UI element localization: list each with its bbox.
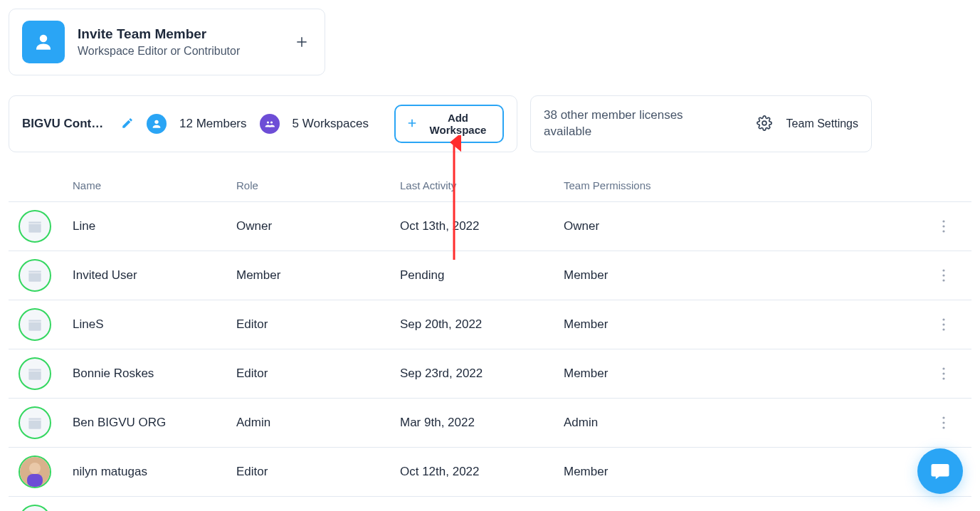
table-row[interactable]: Line Owner Oct 13th, 2022 Owner [9, 201, 971, 251]
members-count: 12 Members [179, 117, 246, 131]
person-icon [22, 21, 65, 63]
gear-icon [757, 115, 772, 133]
cell-name: nilyn matugas [73, 465, 236, 479]
svg-point-2 [266, 121, 268, 123]
table-row[interactable]: Bonnie Roskes Editor Sep 23rd, 2022 Memb… [9, 349, 971, 398]
cell-role: Admin [236, 416, 400, 430]
cell-last-activity: Sep 20th, 2022 [400, 317, 564, 332]
table-row[interactable]: Invited User Member Pending Member [9, 251, 971, 300]
pencil-icon[interactable] [121, 117, 134, 132]
cell-name: LineS [73, 317, 236, 332]
row-menu-button[interactable] [936, 362, 952, 385]
avatar [19, 210, 51, 243]
svg-point-0 [40, 35, 48, 43]
plus-icon[interactable] [292, 32, 312, 52]
workspaces-count: 5 Workspaces [293, 117, 369, 131]
svg-point-7 [942, 225, 944, 227]
cell-role: Member [236, 268, 400, 283]
svg-point-3 [270, 121, 272, 123]
row-menu-button[interactable] [936, 215, 952, 238]
invite-title: Invite Team Member [78, 26, 279, 42]
table-row[interactable]: Ben BIGVU ORG Admin Mar 9th, 2022 Admin [9, 398, 971, 447]
group-badge-icon [260, 114, 280, 134]
team-settings-label: Team Settings [786, 117, 858, 131]
cell-role: Owner [236, 219, 400, 233]
avatar [19, 357, 51, 390]
licenses-bar: 38 other member licenses available Team … [530, 95, 872, 152]
col-permissions: Team Permissions [564, 179, 936, 191]
avatar [19, 406, 51, 439]
svg-point-6 [942, 220, 944, 222]
table-row[interactable]: LineS Editor Sep 20th, 2022 Member [9, 300, 971, 349]
col-role: Role [236, 179, 400, 191]
svg-point-9 [942, 269, 944, 271]
svg-point-23 [29, 463, 41, 474]
avatar [19, 455, 51, 488]
add-workspace-label: Add Workspace [423, 112, 492, 136]
svg-point-4 [762, 121, 766, 125]
svg-point-10 [942, 274, 944, 276]
invite-team-member-card[interactable]: Invite Team Member Workspace Editor or C… [9, 9, 325, 75]
cell-name: Invited User [73, 268, 236, 283]
svg-point-14 [942, 328, 944, 330]
add-workspace-button[interactable]: Add Workspace [394, 105, 504, 143]
invite-text-block: Invite Team Member Workspace Editor or C… [78, 26, 279, 58]
chat-icon [929, 460, 951, 482]
invite-subtitle: Workspace Editor or Contributor [78, 45, 279, 58]
cell-last-activity: Oct 13th, 2022 [400, 219, 564, 233]
svg-point-15 [942, 367, 944, 369]
cell-name: Ben BIGVU ORG [73, 416, 236, 430]
cell-name: Line [73, 219, 236, 233]
table-row[interactable]: nilyn matugas Editor Oct 12th, 2022 Memb… [9, 447, 971, 496]
svg-point-20 [942, 426, 944, 428]
row-menu-button[interactable] [936, 264, 952, 287]
svg-point-1 [154, 120, 158, 124]
table-row[interactable]: Yoav Reisner Admin Jun 19th, 2022 Admin [9, 496, 971, 511]
col-name: Name [73, 179, 236, 191]
cell-last-activity: Oct 12th, 2022 [400, 465, 564, 479]
row-menu-button[interactable] [936, 313, 952, 336]
team-name: BIGVU Content... [22, 117, 108, 131]
avatar [19, 259, 51, 292]
svg-point-19 [942, 421, 944, 423]
cell-role: Editor [236, 465, 400, 479]
avatar [19, 505, 51, 511]
team-summary-bar: BIGVU Content... 12 Members 5 Workspaces… [9, 95, 517, 152]
svg-point-17 [942, 377, 944, 379]
table-header: Name Role Last Activity Team Permissions [9, 174, 971, 201]
cell-last-activity: Pending [400, 268, 564, 283]
svg-point-8 [942, 230, 944, 232]
cell-last-activity: Sep 23rd, 2022 [400, 367, 564, 381]
cell-role: Editor [236, 367, 400, 381]
svg-rect-24 [27, 474, 43, 487]
col-activity: Last Activity [400, 179, 564, 191]
plus-icon [406, 117, 418, 132]
svg-point-12 [942, 318, 944, 320]
svg-point-13 [942, 323, 944, 325]
row-menu-button[interactable] [936, 411, 952, 434]
team-settings-button[interactable]: Team Settings [757, 115, 858, 133]
person-badge-icon [147, 114, 167, 134]
svg-point-11 [942, 279, 944, 281]
chat-support-button[interactable] [917, 448, 963, 494]
cell-permissions: Member [564, 317, 936, 332]
cell-permissions: Admin [564, 416, 936, 430]
cell-permissions: Member [564, 268, 936, 283]
cell-permissions: Member [564, 367, 936, 381]
cell-last-activity: Mar 9th, 2022 [400, 416, 564, 430]
cell-name: Bonnie Roskes [73, 367, 236, 381]
cell-permissions: Owner [564, 219, 936, 233]
members-table: Name Role Last Activity Team Permissions… [9, 174, 971, 511]
cell-role: Editor [236, 317, 400, 332]
svg-point-16 [942, 372, 944, 374]
licenses-text: 38 other member licenses available [544, 107, 715, 140]
svg-point-18 [942, 416, 944, 418]
cell-permissions: Member [564, 465, 936, 479]
avatar [19, 308, 51, 341]
